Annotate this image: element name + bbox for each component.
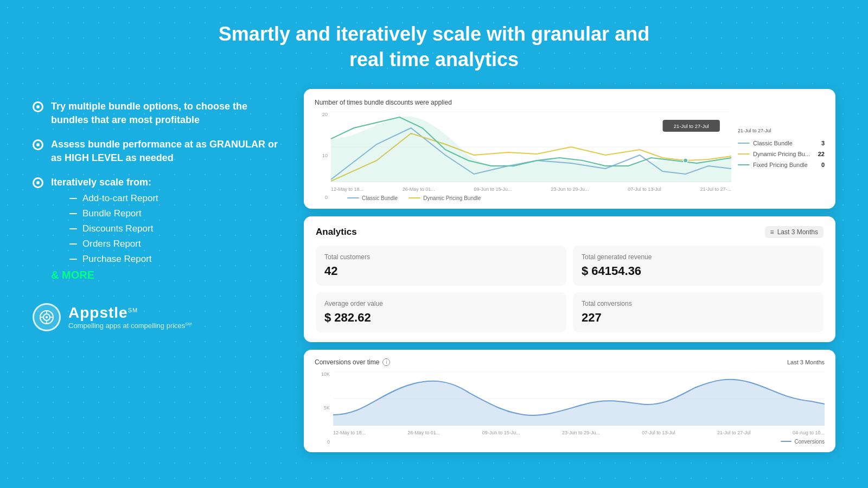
- analytics-filter-badge[interactable]: ≡ Last 3 Months: [765, 226, 824, 238]
- sub-list: Add-to-cart Report Bundle Report Discoun…: [69, 193, 158, 265]
- right-column: Number of times bundle discounts were ap…: [304, 89, 835, 488]
- analytics-title: Analytics: [316, 227, 357, 237]
- svg-point-2: [46, 316, 48, 318]
- bundle-chart-legend: 21-Jul to 27-Jul Classic Bundle 3 Dy: [738, 112, 825, 201]
- classic-line-swatch: [738, 143, 750, 144]
- analytics-card: Analytics ≡ Last 3 Months Total customer…: [304, 216, 835, 342]
- brand-logo-icon: [39, 310, 54, 325]
- bundle-chart-card: Number of times bundle discounts were ap…: [304, 89, 835, 209]
- metric-total-customers: Total customers 42: [316, 246, 566, 286]
- left-column: Try multiple bundle options, to choose t…: [33, 89, 282, 488]
- conversions-legend-line: [781, 441, 792, 442]
- svg-point-10: [683, 158, 687, 163]
- sub-dash-2: [69, 213, 77, 214]
- feature-list: Try multiple bundle options, to choose t…: [33, 100, 282, 265]
- sub-item-5: Purchase Report: [69, 254, 158, 265]
- sub-item-2: Bundle Report: [69, 208, 158, 219]
- page-header: Smartly and iteratively scale with granu…: [219, 0, 649, 89]
- conversions-title: Conversions over time i: [315, 358, 390, 366]
- brand-text: AppstleSM Compelling apps at compelling …: [68, 304, 192, 330]
- classic-legend-line: [347, 197, 359, 198]
- conversions-card: Conversions over time i Last 3 Months 10…: [304, 350, 835, 452]
- feature-text-3: Iteratively scale from:: [51, 177, 151, 188]
- bundle-chart-svg: 21-Jul to 27-Jul: [331, 112, 731, 182]
- bundle-chart-title: Number of times bundle discounts were ap…: [315, 99, 825, 106]
- conversions-chart-wrapper: 10K 5K 0: [315, 371, 825, 445]
- bundle-y-labels: 20 10 0: [315, 112, 328, 201]
- conv-chart-area: 12-May to 18... 26-May to 01... 09-Jun t…: [333, 371, 825, 445]
- bundle-legend-bottom: Classic Bundle Dynamic Pricing Bundle: [331, 195, 731, 201]
- sub-dash-5: [69, 259, 77, 260]
- analytics-grid: Total customers 42 Total generated reven…: [316, 246, 824, 332]
- legend-classic: Classic Bundle 3: [738, 140, 825, 146]
- brand-logo: [33, 303, 61, 331]
- metric-avg-order: Average order value $ 282.62: [316, 292, 566, 332]
- brand-section: AppstleSM Compelling apps at compelling …: [33, 303, 282, 331]
- metric-label-avg-order: Average order value: [324, 300, 558, 307]
- sub-dash-1: [69, 198, 77, 199]
- feature-item-3: Iteratively scale from: Add-to-cart Repo…: [33, 176, 282, 264]
- metric-value-conversions: 227: [582, 311, 815, 325]
- feature-item-2: Assess bundle performance at as GRANULAR…: [33, 138, 282, 165]
- sub-item-1: Add-to-cart Report: [69, 193, 158, 204]
- analytics-filter-label: Last 3 Months: [777, 228, 818, 236]
- sub-dash-4: [69, 243, 77, 245]
- bullet-icon-2: [33, 139, 43, 150]
- conversions-chart-svg: [333, 371, 825, 426]
- metric-total-revenue: Total generated revenue $ 64154.36: [573, 246, 824, 286]
- metric-value-avg-order: $ 282.62: [324, 311, 558, 325]
- metric-value-customers: 42: [324, 264, 558, 278]
- feature-item-1: Try multiple bundle options, to choose t…: [33, 100, 282, 127]
- dynamic-legend-line: [409, 197, 420, 198]
- conversions-header: Conversions over time i Last 3 Months: [315, 358, 825, 366]
- bullet-icon-1: [33, 101, 43, 112]
- svg-text:21-Jul to 27-Jul: 21-Jul to 27-Jul: [674, 124, 709, 129]
- fixed-line-swatch: [738, 164, 750, 165]
- tooltip-date: 21-Jul to 27-Jul: [738, 128, 825, 133]
- bullet-icon-3: [33, 177, 43, 188]
- metric-label-customers: Total customers: [324, 253, 558, 261]
- more-label: & MORE: [51, 269, 282, 281]
- conv-y-labels: 10K 5K 0: [315, 371, 330, 445]
- metric-value-revenue: $ 64154.36: [582, 264, 815, 278]
- bundle-x-axis: 12-May to 18... 26-May to 01... 09-Jun t…: [331, 184, 731, 192]
- analytics-header: Analytics ≡ Last 3 Months: [316, 226, 824, 238]
- brand-name: AppstleSM: [68, 304, 192, 322]
- conv-x-axis: 12-May to 18... 26-May to 01... 09-Jun t…: [333, 430, 825, 435]
- feature-text-2: Assess bundle performance at as GRANULAR…: [51, 138, 282, 165]
- conversions-filter: Last 3 Months: [787, 359, 825, 365]
- filter-icon: ≡: [770, 228, 774, 236]
- feature-text-1: Try multiple bundle options, to choose t…: [51, 100, 282, 127]
- legend-fixed: Fixed Pricing Bundle 0: [738, 162, 825, 168]
- sub-item-4: Orders Report: [69, 239, 158, 249]
- metric-conversions: Total conversions 227: [573, 292, 824, 332]
- sub-dash-3: [69, 228, 77, 229]
- page-title: Smartly and iteratively scale with granu…: [219, 22, 649, 73]
- brand-tagline: Compelling apps at compelling pricesSM: [68, 322, 192, 330]
- conv-legend: Conversions: [333, 439, 825, 445]
- metric-label-revenue: Total generated revenue: [582, 253, 815, 261]
- info-icon: i: [382, 358, 390, 366]
- metric-label-conversions: Total conversions: [582, 300, 815, 307]
- legend-dynamic: Dynamic Pricing Bu... 22: [738, 151, 825, 157]
- dynamic-line-swatch: [738, 153, 750, 155]
- sub-item-3: Discounts Report: [69, 223, 158, 234]
